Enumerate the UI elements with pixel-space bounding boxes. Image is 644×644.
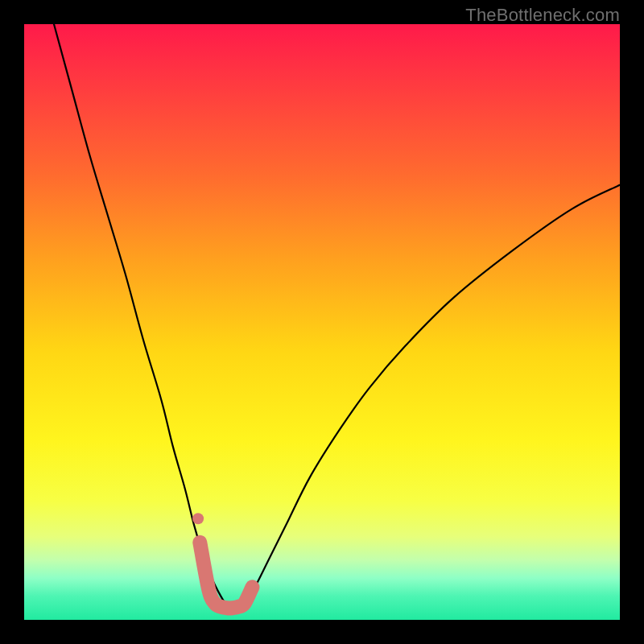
bottleneck-curve bbox=[54, 24, 620, 608]
watermark-text: TheBottleneck.com bbox=[465, 5, 620, 26]
optimal-region-markers bbox=[192, 513, 252, 608]
marker-band bbox=[200, 543, 252, 609]
chart-frame bbox=[24, 24, 620, 620]
marker-dot bbox=[192, 513, 204, 524]
chart-overlay bbox=[24, 24, 620, 620]
